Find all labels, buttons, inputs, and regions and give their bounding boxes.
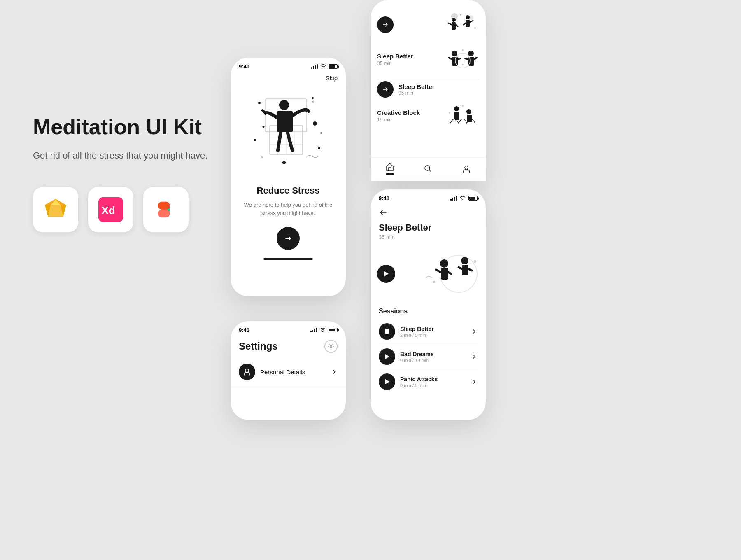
signal-icon-settings: [310, 328, 317, 332]
settings-gear-icon[interactable]: [324, 340, 338, 353]
arrow-icon-0: [382, 21, 389, 28]
session-info-2: Panic Attacks 0 min / 5 min: [400, 376, 466, 388]
item-name-0: Sleep Better: [377, 53, 441, 60]
session-info-1: Bad Dreams 0 min / 10 min: [400, 351, 466, 363]
svg-point-30: [245, 369, 249, 372]
wifi-icon-settings: [320, 327, 326, 333]
svg-point-43: [462, 49, 464, 51]
wifi-icon-detail: [460, 195, 466, 201]
svg-point-48: [466, 109, 471, 114]
svg-rect-36: [466, 20, 470, 27]
next-button[interactable]: [277, 227, 300, 250]
svg-point-37: [460, 14, 461, 16]
battery-icon: [329, 64, 338, 69]
time-onboarding: 9:41: [239, 63, 249, 70]
settings-phone: 9:41 Settings: [231, 321, 346, 420]
svg-rect-42: [468, 57, 474, 66]
session-name-1: Bad Dreams: [400, 351, 466, 357]
svg-point-22: [254, 139, 256, 141]
session-time-1: 0 min / 10 min: [400, 358, 466, 363]
status-bar-settings: 9:41: [231, 321, 346, 336]
detail-illustration-area: [370, 245, 486, 303]
svg-point-38: [474, 27, 476, 29]
play-icon-detail: [382, 270, 390, 278]
session-info-0: Sleep Better 2 min / 5 min: [400, 326, 466, 338]
detail-phone: 9:41 Sleep Better 35 min: [370, 189, 486, 420]
back-icon: [379, 208, 388, 217]
personal-details-icon: [239, 364, 255, 380]
play-icon-2: [383, 378, 391, 385]
svg-rect-49: [467, 115, 472, 122]
svg-point-33: [452, 18, 456, 22]
svg-point-55: [440, 259, 448, 268]
meditation-list-phone: Sleep Better 35 min: [370, 0, 486, 181]
svg-point-18: [279, 100, 289, 110]
session-item-2[interactable]: Panic Attacks 0 min / 5 min: [379, 369, 478, 394]
profile-icon: [462, 164, 471, 173]
svg-point-57: [461, 257, 468, 264]
status-icons-settings: [310, 327, 338, 333]
sketch-icon: [43, 197, 68, 222]
svg-point-35: [466, 15, 470, 19]
nav-profile[interactable]: [462, 164, 471, 173]
back-button[interactable]: [379, 208, 478, 219]
onboarding-desc: We are here to help you get rid of the s…: [242, 201, 334, 217]
skip-button[interactable]: Skip: [231, 73, 346, 86]
status-icons: [311, 64, 338, 69]
detail-header: Sleep Better 35 min: [370, 205, 486, 245]
arrow-icon-sleep: [382, 86, 389, 93]
svg-marker-6: [48, 205, 63, 217]
svg-rect-19: [277, 111, 293, 132]
left-panel: Meditation UI Kit Get rid of all the str…: [33, 115, 231, 232]
nav-search[interactable]: [424, 164, 433, 173]
svg-point-39: [452, 51, 457, 56]
battery-icon-detail: [468, 196, 478, 201]
session-item-1[interactable]: Bad Dreams 0 min / 10 min: [379, 344, 478, 369]
list-item-arrow-sleep[interactable]: [377, 81, 394, 98]
detail-duration: 35 min: [379, 234, 478, 240]
onboarding-illustration: [231, 86, 346, 177]
sessions-section: Sessions Sleep Better 2 min / 5 min: [370, 303, 486, 394]
svg-rect-62: [387, 329, 389, 334]
status-icons-detail: [450, 195, 478, 201]
list-item-sleep-better[interactable]: Sleep Better 35 min: [377, 40, 479, 79]
meditation-list: Sleep Better 35 min: [370, 40, 486, 131]
onboarding-content: Reduce Stress We are here to help you ge…: [231, 177, 346, 217]
item-name-creative: Creative Block: [377, 109, 441, 116]
session-time-2: 0 min / 5 min: [400, 383, 466, 388]
play-button-detail[interactable]: [377, 265, 395, 283]
xd-icon: Xd: [98, 197, 123, 222]
detail-title: Sleep Better: [379, 222, 478, 233]
item-duration-0: 35 min: [377, 61, 441, 66]
svg-point-50: [462, 105, 464, 107]
nav-home[interactable]: [385, 163, 394, 175]
home-indicator: [263, 258, 313, 260]
svg-point-59: [433, 281, 435, 283]
session-item-0[interactable]: Sleep Better 2 min / 5 min: [379, 319, 478, 344]
wifi-icon: [320, 64, 326, 69]
list-item-arrow-0[interactable]: [377, 16, 394, 33]
detail-figure: [402, 249, 479, 299]
svg-point-53: [465, 166, 468, 169]
session-icon-1: [379, 348, 395, 365]
settings-header: Settings: [231, 336, 346, 358]
session-name-2: Panic Attacks: [400, 376, 466, 383]
app-subtitle: Get rid of all the stress that you might…: [33, 149, 231, 162]
session-arrow-0: [471, 328, 478, 335]
session-name-0: Sleep Better: [400, 326, 466, 332]
xd-icon-box: Xd: [88, 187, 133, 232]
svg-point-60: [474, 260, 476, 263]
user-icon: [243, 368, 251, 376]
creative-illustration: [446, 103, 479, 129]
tool-icons: Xd: [33, 187, 231, 232]
svg-point-46: [454, 106, 459, 111]
session-time-0: 2 min / 5 min: [400, 333, 466, 338]
signal-icon: [311, 64, 318, 69]
onboarding-phone: 9:41 Skip: [231, 58, 346, 296]
settings-personal-details[interactable]: Personal Details: [231, 358, 346, 386]
sleep-figure: [446, 46, 479, 71]
figma-icon-box: [143, 187, 189, 232]
onboarding-title: Reduce Stress: [242, 185, 334, 196]
time-settings: 9:41: [239, 327, 249, 333]
sketch-icon-box: [33, 187, 78, 232]
